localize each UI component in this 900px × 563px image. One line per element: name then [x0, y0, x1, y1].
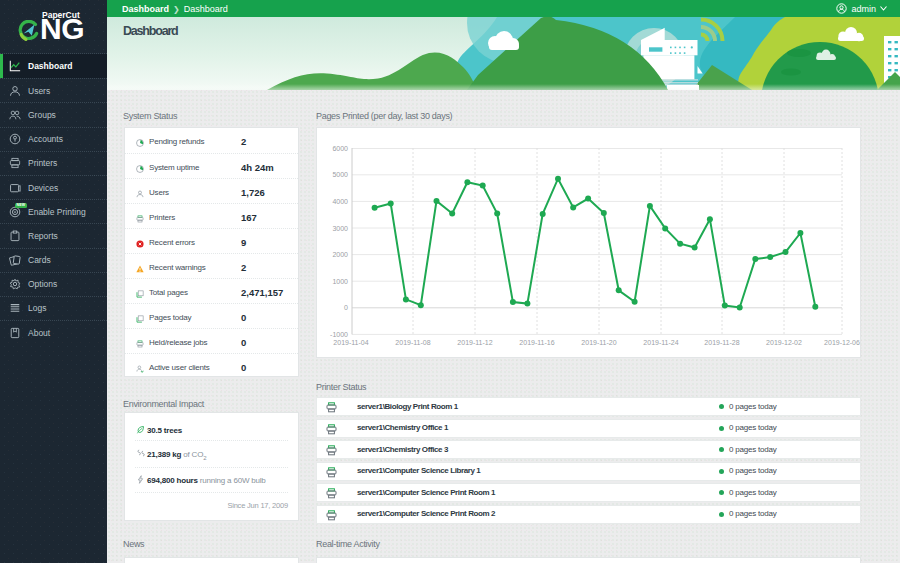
svg-text:2019-11-28: 2019-11-28 — [704, 339, 739, 346]
svg-text:-1000: -1000 — [330, 331, 348, 338]
svg-text:2019-12-02: 2019-12-02 — [766, 339, 802, 346]
svg-text:2019-11-08: 2019-11-08 — [395, 339, 430, 346]
svg-text:2019-11-20: 2019-11-20 — [581, 339, 616, 346]
svg-text:3000: 3000 — [332, 225, 348, 232]
svg-text:2019-11-24: 2019-11-24 — [643, 339, 678, 346]
svg-text:2019-11-16: 2019-11-16 — [519, 339, 554, 346]
svg-text:2019-11-04: 2019-11-04 — [333, 339, 368, 346]
svg-text:4000: 4000 — [332, 198, 348, 205]
svg-text:2019-12-06: 2019-12-06 — [824, 339, 860, 346]
svg-text:5000: 5000 — [332, 171, 348, 178]
svg-text:0: 0 — [344, 304, 348, 311]
svg-text:2000: 2000 — [332, 251, 348, 258]
svg-text:2019-11-12: 2019-11-12 — [457, 339, 492, 346]
svg-text:6000: 6000 — [332, 145, 348, 152]
svg-text:1000: 1000 — [332, 278, 348, 285]
